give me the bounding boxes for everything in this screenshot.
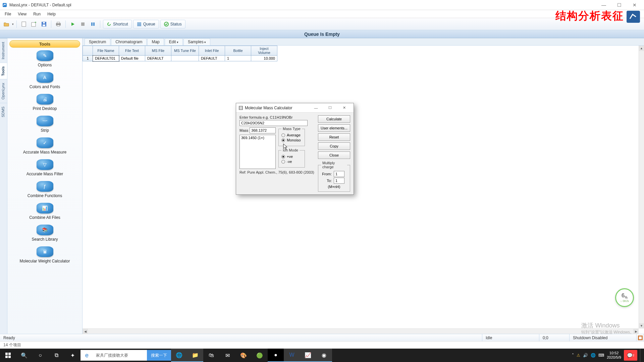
col-rownum[interactable]: [83, 46, 93, 56]
add-button[interactable]: +: [30, 20, 38, 28]
cell-filetext[interactable]: Default file: [119, 56, 145, 61]
maximize-button[interactable]: ☐: [612, 0, 627, 10]
vtab-tools[interactable]: Tools: [0, 63, 7, 79]
cell-bottle[interactable]: 1: [225, 56, 251, 61]
show-desktop-button[interactable]: [640, 349, 642, 362]
tab-map[interactable]: Map: [147, 38, 164, 45]
menu-help[interactable]: Help: [45, 11, 58, 17]
minimize-button[interactable]: —: [596, 0, 611, 10]
radio-negative[interactable]: -ve: [281, 160, 302, 164]
menu-view[interactable]: View: [15, 11, 29, 17]
tray-network-icon[interactable]: 🌐: [591, 353, 596, 358]
radio-monoiso[interactable]: Monoiso: [281, 138, 302, 142]
queue-chip[interactable]: Queue: [133, 20, 159, 28]
taskbar-mail-icon[interactable]: ✉: [219, 349, 235, 362]
tool-accurate-mass-measure[interactable]: ✓Accurate Mass Measure: [9, 137, 80, 155]
results-list[interactable]: 369.1450 (1+): [239, 135, 276, 169]
tab-samples[interactable]: Samples: [183, 38, 210, 45]
tool-search-library[interactable]: 📚Search Library: [9, 225, 80, 242]
tool-combine-all-files[interactable]: 📊Combine All Files: [9, 203, 80, 220]
horizontal-scrollbar[interactable]: ◀▶: [83, 328, 639, 334]
col-filetext[interactable]: File Text: [119, 46, 145, 56]
menu-run[interactable]: Run: [31, 11, 43, 17]
tray-ime-icon[interactable]: ⌨: [598, 353, 604, 358]
to-input[interactable]: [334, 178, 344, 184]
col-inletfile[interactable]: Inlet File: [199, 46, 225, 56]
calculate-button[interactable]: Calculate: [318, 115, 350, 123]
tray-notifications-icon[interactable]: 💬2: [624, 350, 637, 361]
menu-file[interactable]: File: [2, 11, 14, 17]
close-dialog-button[interactable]: Close: [318, 152, 350, 159]
close-button[interactable]: ✕: [627, 0, 642, 10]
stop-button[interactable]: [78, 20, 87, 28]
pause-button[interactable]: [89, 20, 97, 28]
cell-filename[interactable]: DEFAULT01: [93, 56, 119, 61]
tool-colors-fonts[interactable]: AColors and Fonts: [9, 72, 80, 89]
cell-msfile[interactable]: DEFAULT: [145, 56, 171, 61]
radio-average[interactable]: Average: [281, 133, 302, 137]
save-button[interactable]: [40, 20, 48, 28]
taskbar-obs-icon[interactable]: ◉: [316, 349, 332, 362]
search-button[interactable]: 搜索一下: [147, 350, 171, 361]
tray-volume-icon[interactable]: 🔊: [583, 353, 588, 358]
tray-chevron-icon[interactable]: ˄: [572, 353, 574, 358]
taskbar-app6-icon[interactable]: 🟢: [252, 349, 268, 362]
col-bottle[interactable]: Bottle: [225, 46, 251, 56]
tool-molecular-weight-calc[interactable]: 🖩Molecular Weight Calculator: [9, 246, 80, 263]
tab-edit[interactable]: Edit: [165, 38, 183, 45]
tool-options[interactable]: ✎Options: [9, 50, 80, 67]
start-button[interactable]: [0, 349, 16, 362]
formula-input[interactable]: [239, 120, 308, 126]
copy-button[interactable]: Copy: [318, 142, 350, 150]
shortcut-chip[interactable]: Shortcut: [103, 20, 132, 28]
dialog-titlebar[interactable]: Molecular Mass Calculator — ☐ ✕: [236, 103, 354, 113]
play-button[interactable]: [68, 20, 77, 28]
tool-strip[interactable]: 〰Strip: [9, 116, 80, 133]
taskbar-app7-icon[interactable]: ●: [268, 349, 284, 362]
col-filename[interactable]: File Name: [93, 46, 119, 56]
taskbar-store-icon[interactable]: 🛍: [203, 349, 219, 362]
browser-addressbar[interactable]: 家具厂揽接吻大赛: [93, 350, 147, 361]
tool-accurate-mass-filter[interactable]: ▽Accurate Mass Filter: [9, 159, 80, 176]
cell-inject[interactable]: 10.000: [251, 56, 277, 61]
mass-output[interactable]: [250, 127, 276, 133]
tab-spectrum[interactable]: Spectrum: [85, 38, 110, 45]
dialog-minimize-button[interactable]: —: [309, 104, 323, 112]
print-button[interactable]: [54, 20, 63, 28]
vtab-sdms[interactable]: SDMS: [0, 103, 7, 121]
from-input[interactable]: [334, 171, 344, 177]
taskbar-app5-icon[interactable]: 🎨: [235, 349, 252, 362]
dialog-maximize-button[interactable]: ☐: [323, 104, 337, 112]
tray-clock[interactable]: 10:52 2020/5/9: [607, 351, 621, 360]
open-button[interactable]: [2, 20, 11, 28]
tray-security-icon[interactable]: ⚠: [577, 353, 580, 358]
tool-combine-functions[interactable]: ƒCombine Functions: [9, 181, 80, 198]
status-settings-icon[interactable]: [637, 334, 644, 341]
user-elements-button[interactable]: User elements...: [318, 124, 350, 132]
new-button[interactable]: [19, 20, 28, 28]
cell-inlet[interactable]: DEFAULT: [199, 56, 225, 61]
col-injectvolume[interactable]: Inject Volume: [251, 46, 277, 56]
tool-print-desktop[interactable]: 🖨Print Desktop: [9, 94, 80, 111]
search-icon[interactable]: 🔍: [16, 349, 32, 362]
col-mstunefile[interactable]: MS Tune File: [171, 46, 199, 56]
taskbar-masslynx-icon[interactable]: 📈: [300, 349, 316, 362]
radio-positive[interactable]: +ve: [281, 155, 302, 159]
table-row[interactable]: 1 DEFAULT01 Default file DEFAULT DEFAULT…: [83, 56, 277, 61]
status-chip[interactable]: Status: [160, 20, 185, 28]
taskview-icon[interactable]: ⧉: [48, 349, 64, 362]
ie-icon[interactable]: e: [80, 350, 93, 361]
reset-button[interactable]: Reset: [318, 133, 350, 141]
col-msfile[interactable]: MS File: [145, 46, 171, 56]
taskbar-edge-icon[interactable]: 🌐: [171, 349, 187, 362]
cell-mstune[interactable]: [171, 56, 199, 61]
vtab-instrument[interactable]: Instrument: [0, 38, 7, 63]
cortana-icon[interactable]: ○: [32, 349, 48, 362]
taskbar-word-icon[interactable]: W: [284, 349, 300, 362]
taskbar-explorer-icon[interactable]: 📁: [187, 349, 203, 362]
vertical-scrollbar[interactable]: ▲▼: [639, 46, 644, 328]
vtab-openlynx[interactable]: OpenLynx: [0, 79, 7, 103]
tab-chromatogram[interactable]: Chromatogram: [111, 38, 147, 45]
dialog-close-button[interactable]: ✕: [337, 104, 351, 112]
app-pinwheel-icon[interactable]: ✦: [64, 349, 80, 362]
